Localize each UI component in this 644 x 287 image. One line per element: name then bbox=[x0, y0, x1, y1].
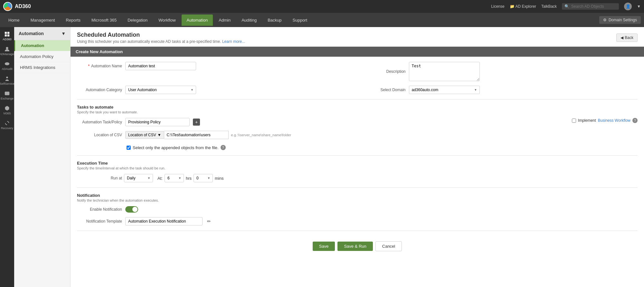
nav-management[interactable]: Management bbox=[25, 14, 60, 26]
mins-select[interactable]: 0 51015202530 bbox=[194, 174, 213, 182]
sidebar-item-hrms[interactable]: HRMS Integrations bbox=[14, 62, 70, 73]
csv-path-input[interactable] bbox=[164, 131, 229, 139]
form-group-description: Description Test bbox=[361, 62, 638, 81]
sidebar-icon-recovery[interactable]: Recovery bbox=[1, 118, 14, 132]
sidebar-header[interactable]: Automation ▼ bbox=[14, 27, 70, 40]
appended-objects-checkbox[interactable] bbox=[127, 146, 131, 150]
form-group-enable-notification: Enable Notification bbox=[77, 206, 638, 213]
top-bar-left: AD360 bbox=[3, 2, 31, 11]
svg-rect-1 bbox=[7, 32, 9, 34]
cancel-button[interactable]: Cancel bbox=[375, 241, 402, 251]
license-link[interactable]: License bbox=[491, 4, 504, 9]
form-section: Create New Automation * Automation Name … bbox=[71, 47, 644, 262]
nav-m365[interactable]: Microsoft 365 bbox=[86, 14, 122, 26]
page-header: Scheduled Automation Using this schedule… bbox=[71, 27, 644, 47]
talkback-link[interactable]: TalkBack bbox=[541, 4, 557, 9]
run-at-select[interactable]: Daily Weekly Monthly Once bbox=[124, 174, 153, 182]
tasks-subtitle: Specify the task you want to automate. bbox=[77, 110, 638, 114]
nav-support[interactable]: Support bbox=[288, 14, 313, 26]
sidebar-item-automation-policy[interactable]: Automation Policy bbox=[14, 51, 70, 62]
enable-notification-label: Enable Notification bbox=[77, 207, 122, 212]
form-row-execution: Run at Daily Weekly Monthly Once At: bbox=[77, 174, 638, 182]
back-button[interactable]: ◀ Back bbox=[616, 33, 638, 42]
notification-edit-button[interactable]: ✏ bbox=[206, 218, 212, 225]
button-row: Save Save & Run Cancel bbox=[77, 236, 638, 256]
implement-workflow-checkbox[interactable] bbox=[572, 119, 576, 123]
nav-delegation[interactable]: Delegation bbox=[122, 14, 153, 26]
domain-settings-button[interactable]: ⚙ Domain Settings bbox=[599, 16, 641, 24]
implement-label: Implement bbox=[578, 118, 596, 123]
form-group-task: Automation Task/Policy + bbox=[77, 118, 354, 126]
sidebar-icon-ad360[interactable]: AD360 bbox=[1, 29, 14, 43]
search-icon: 🔍 bbox=[564, 4, 569, 9]
nav-backup[interactable]: Backup bbox=[262, 14, 287, 26]
divider-1 bbox=[77, 99, 638, 100]
task-policy-label: Automation Task/Policy bbox=[77, 120, 122, 124]
sidebar-icon-adaudit[interactable]: ADAudit bbox=[1, 59, 14, 73]
sidebar-icon-admanager[interactable]: ADManager bbox=[1, 44, 14, 58]
run-at-label: Run at bbox=[77, 176, 122, 180]
help-icon[interactable]: ? bbox=[632, 118, 638, 123]
ad-explorer-link[interactable]: 📁 AD Explorer bbox=[510, 4, 536, 9]
dropdown-icon: ▼ bbox=[637, 4, 641, 9]
folder-icon: 📁 bbox=[510, 4, 515, 9]
create-automation-header: Create New Automation bbox=[71, 47, 644, 57]
checkbox-row: Select only the appended objects from th… bbox=[127, 145, 226, 150]
page-header-left: Scheduled Automation Using this schedule… bbox=[77, 32, 245, 44]
notification-template-input[interactable] bbox=[125, 217, 203, 225]
user-avatar[interactable]: 👤 bbox=[624, 3, 632, 10]
nav-home[interactable]: Home bbox=[3, 14, 25, 26]
mins-label: mins bbox=[215, 176, 223, 181]
hrs-select-wrapper: 6 012345 78910 bbox=[165, 174, 184, 182]
csv-dropdown-arrow: ▼ bbox=[157, 133, 161, 137]
nav-auditing[interactable]: Auditing bbox=[236, 14, 262, 26]
form-group-name: * Automation Name bbox=[77, 62, 354, 70]
form-row-enable-notification: Enable Notification bbox=[77, 206, 638, 213]
sidebar-item-automation[interactable]: Automation bbox=[14, 40, 70, 51]
gear-icon: ⚙ bbox=[603, 18, 607, 22]
notification-template-label: Notification Template bbox=[77, 219, 122, 224]
business-workflow-link[interactable]: Business Workflow bbox=[598, 118, 630, 123]
checkbox-help-icon[interactable]: ? bbox=[221, 145, 226, 150]
automation-name-label: * Automation Name bbox=[77, 64, 122, 68]
select-domain-wrapper: ad360auto.com bbox=[409, 86, 480, 94]
description-label: Description bbox=[361, 69, 406, 74]
toggle-slider bbox=[125, 206, 138, 213]
form-group-csv: Location of CSV Location of CSV ▼ e.g.:\… bbox=[77, 131, 638, 150]
form-group-domain: Select Domain ad360auto.com bbox=[361, 86, 638, 94]
sidebar-icon-m365[interactable]: M365 bbox=[1, 103, 14, 117]
execution-subtitle: Specify the time/interval at which the t… bbox=[77, 166, 638, 170]
learn-more-link[interactable]: Learn more... bbox=[222, 39, 245, 44]
app-logo: AD360 bbox=[15, 4, 31, 9]
divider-2 bbox=[77, 155, 638, 156]
csv-label: Location of CSV bbox=[77, 133, 122, 137]
description-textarea[interactable]: Test bbox=[409, 62, 480, 81]
nav-automation[interactable]: Automation bbox=[182, 14, 213, 26]
execution-section: Execution Time Specify the time/interval… bbox=[77, 161, 638, 182]
save-button[interactable]: Save bbox=[313, 242, 335, 251]
sidebar-panel: Automation ▼ Automation Automation Polic… bbox=[14, 27, 71, 287]
save-run-button[interactable]: Save & Run bbox=[337, 242, 373, 251]
form-group-run-at: Run at Daily Weekly Monthly Once At: bbox=[77, 174, 638, 182]
hrs-select[interactable]: 6 012345 78910 bbox=[165, 174, 184, 182]
csv-hint: e.g.:\\server_name\share_name\folder bbox=[231, 133, 291, 137]
form-row-task: Automation Task/Policy + Implement Busin… bbox=[77, 118, 638, 126]
tasks-section: Tasks to automate Specify the task you w… bbox=[77, 105, 638, 150]
nav-reports[interactable]: Reports bbox=[61, 14, 86, 26]
select-domain-select[interactable]: ad360auto.com bbox=[409, 86, 480, 94]
add-task-button[interactable]: + bbox=[193, 119, 200, 126]
tasks-title: Tasks to automate bbox=[77, 105, 638, 110]
search-bar[interactable]: 🔍 bbox=[562, 3, 619, 10]
sidebar-icon-selfservice[interactable]: SelfService bbox=[1, 73, 14, 88]
sidebar-icon-exchange[interactable]: Exchange bbox=[1, 88, 14, 102]
automation-name-input[interactable] bbox=[125, 62, 196, 70]
search-input[interactable] bbox=[571, 4, 616, 9]
csv-dropdown-button[interactable]: Location of CSV ▼ bbox=[125, 131, 164, 139]
nav-admin[interactable]: Admin bbox=[213, 14, 236, 26]
automation-category-select[interactable]: User Automation Computer Automation Grou… bbox=[125, 86, 196, 94]
main-content: Scheduled Automation Using this schedule… bbox=[71, 27, 644, 287]
page-title: Scheduled Automation bbox=[77, 32, 245, 38]
enable-notification-toggle[interactable] bbox=[125, 206, 138, 213]
task-policy-input[interactable] bbox=[125, 118, 190, 126]
nav-workflow[interactable]: Workflow bbox=[153, 14, 181, 26]
